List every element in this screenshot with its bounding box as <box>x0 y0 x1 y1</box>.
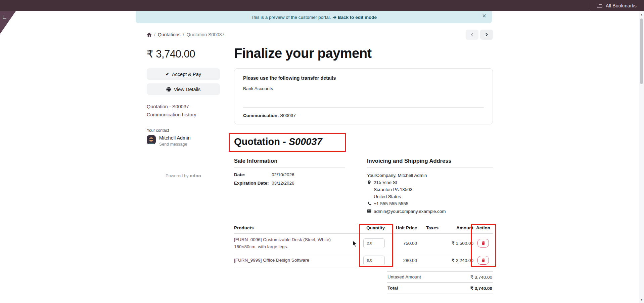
accept-pay-button[interactable]: ✔ Accept & Pay <box>147 68 220 80</box>
amount-cell: ₹ 1,500.00 <box>439 240 473 246</box>
card-divider <box>243 107 484 108</box>
table-header-row: Products Quantity Unit Price Taxes Amoun… <box>234 225 493 234</box>
bookmarks-bar: All Bookmarks <box>0 0 644 11</box>
sidebar-link-communication-history[interactable]: Communication history <box>147 111 220 119</box>
page-content: / Quotations / Quotation S00037 ₹ 3,740.… <box>147 30 493 303</box>
communication-value: S00037 <box>280 113 296 118</box>
home-icon[interactable] <box>147 32 152 37</box>
country-line: United States <box>374 193 493 200</box>
products-table: Products Quantity Unit Price Taxes Amoun… <box>234 225 493 268</box>
powered-by: Powered by odoo <box>147 173 220 178</box>
quantity-input[interactable] <box>363 238 385 248</box>
header-unit-price: Unit Price <box>385 225 417 230</box>
back-to-edit-link[interactable]: ➔ Back to edit mode <box>333 14 377 20</box>
view-details-button[interactable]: View Details <box>147 83 220 95</box>
date-value: 02/10/2026 <box>272 172 294 177</box>
breadcrumb-quotations[interactable]: Quotations <box>158 32 181 37</box>
bank-accounts-label: Bank Accounts <box>243 86 484 91</box>
unit-price-cell: 750.00 <box>385 241 417 246</box>
scroll-down-arrow[interactable]: ▼ <box>639 297 644 302</box>
header-taxes: Taxes <box>417 225 439 230</box>
breadcrumb-separator: / <box>183 32 184 37</box>
corner-bracket-icon <box>3 15 6 19</box>
previous-button[interactable] <box>466 30 478 40</box>
expiration-date-label: Expiration Date: <box>234 181 272 186</box>
quotation-heading: Quotation - S00037 <box>234 136 322 147</box>
send-message-link[interactable]: Send message <box>159 142 187 147</box>
scroll-up-arrow[interactable]: ▲ <box>639 12 644 17</box>
trash-icon <box>481 258 485 262</box>
sidebar-link-quotation[interactable]: Quotation - S00037 <box>147 103 220 111</box>
chevron-right-icon <box>485 32 489 37</box>
contact-card: Mitchell Admin Send message <box>147 135 220 147</box>
header-amount: Amount <box>439 225 473 230</box>
main-content: Finalize your payment Please use the fol… <box>234 45 493 303</box>
product-link[interactable]: [FURN_0096] Customizable Desk (Steel, Wh… <box>234 236 348 251</box>
unit-price-cell: 280.00 <box>385 258 417 263</box>
breadcrumb: / Quotations / Quotation S00037 <box>147 32 224 37</box>
scrollbar[interactable]: ▲ ▼ <box>639 11 644 303</box>
breadcrumb-current: Quotation S00037 <box>187 32 225 37</box>
envelope-icon <box>367 208 371 215</box>
page-title: Finalize your payment <box>234 46 493 61</box>
sale-information-section: Sale Information Date: 02/10/2026 Expira… <box>234 158 345 215</box>
total-amount: ₹ 3,740.00 <box>147 48 220 60</box>
delete-line-button[interactable] <box>477 256 489 265</box>
folder-icon <box>597 3 602 8</box>
close-icon[interactable]: ✕ <box>482 13 487 19</box>
city-line: Scranton PA 18503 <box>374 186 493 193</box>
avatar <box>147 135 156 144</box>
delete-line-button[interactable] <box>477 239 489 248</box>
header-products: Products <box>234 225 353 230</box>
pager <box>466 30 493 40</box>
edit-corner-ribbon[interactable] <box>0 11 16 34</box>
chevron-left-icon <box>470 32 474 37</box>
table-row: [FURN_0096] Customizable Desk (Steel, Wh… <box>234 234 493 253</box>
scrollbar-thumb[interactable] <box>640 18 643 84</box>
untaxed-amount-value: ₹ 3,740.00 <box>470 274 492 280</box>
street-line: 215 Vine St <box>374 179 397 186</box>
totals-block: Untaxed Amount ₹ 3,740.00 Total ₹ 3,740.… <box>387 271 493 294</box>
trash-icon <box>481 241 485 245</box>
company-contact-line: YourCompany, Mitchell Admin <box>367 172 493 179</box>
phone-value: +1 555-555-5555 <box>374 200 408 207</box>
sale-information-heading: Sale Information <box>234 158 345 167</box>
quantity-input[interactable] <box>363 256 385 265</box>
communication-label: Communication: <box>243 113 279 118</box>
untaxed-amount-label: Untaxed Amount <box>387 274 421 280</box>
check-icon: ✔ <box>166 72 169 77</box>
odoo-logo: odoo <box>190 173 201 178</box>
map-pin-icon <box>367 179 371 186</box>
expiration-date-value: 03/12/2026 <box>272 181 294 186</box>
quotation-number: S00037 <box>289 136 322 147</box>
phone-icon <box>367 200 371 207</box>
breadcrumb-separator: / <box>154 32 155 37</box>
total-value: ₹ 3,740.00 <box>470 286 492 291</box>
date-label: Date: <box>234 172 272 177</box>
all-bookmarks-button[interactable]: All Bookmarks <box>606 3 637 8</box>
header-quantity: Quantity <box>353 225 385 230</box>
amount-cell: ₹ 2,240.00 <box>439 258 473 263</box>
contact-name: Mitchell Admin <box>159 135 190 141</box>
banner-message: This is a preview of the customer portal… <box>251 15 331 20</box>
bookmarks-divider <box>589 3 589 8</box>
total-label: Total <box>387 286 398 291</box>
table-row: [FURN_9999] Office Design Software 280.0… <box>234 253 493 268</box>
transfer-card-heading: Please use the following transfer detail… <box>243 75 484 81</box>
invoicing-shipping-section: Invoicing and Shipping Address YourCompa… <box>367 158 493 215</box>
product-link[interactable]: [FURN_9999] Office Design Software <box>234 257 348 264</box>
quotation-heading-annotation: Quotation - S00037 <box>229 133 346 152</box>
header-action: Action <box>473 225 493 230</box>
printer-icon <box>166 87 171 92</box>
invoicing-shipping-heading: Invoicing and Shipping Address <box>367 158 493 167</box>
email-value: admin@yourcompany.example.com <box>374 208 446 215</box>
transfer-details-card: Please use the following transfer detail… <box>234 68 493 124</box>
preview-banner: This is a preview of the customer portal… <box>136 11 492 23</box>
your-contact-label: Your contact <box>147 128 220 133</box>
next-button[interactable] <box>480 30 493 40</box>
quotation-sidebar: ₹ 3,740.00 ✔ Accept & Pay View Details Q… <box>147 45 220 178</box>
